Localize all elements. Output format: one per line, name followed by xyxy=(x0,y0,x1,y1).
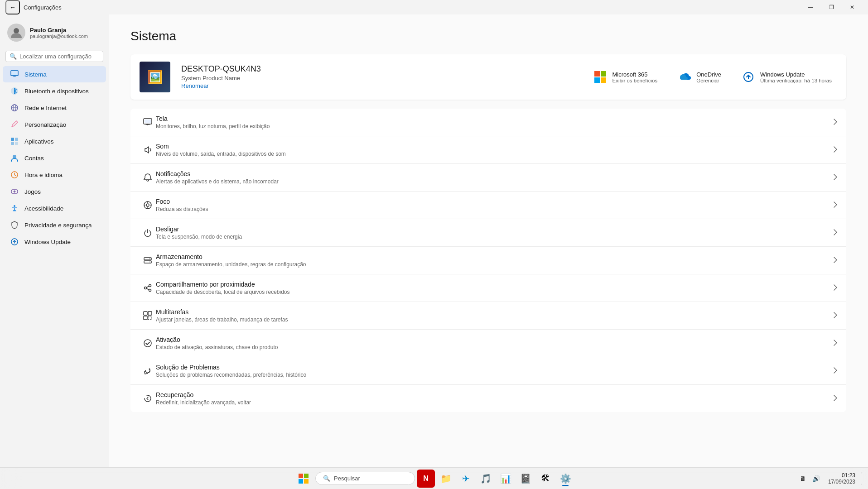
settings-item-notificacoes[interactable]: NotificaçõesAlertas de aplicativos e do … xyxy=(130,164,846,192)
desligar-arrow xyxy=(834,229,837,237)
sidebar-item-label-acessibilidade: Acessibilidade xyxy=(24,205,63,212)
tela-arrow xyxy=(834,119,837,126)
compartilhamento-sub: Capacidade de descoberta, local de arqui… xyxy=(156,289,834,295)
sidebar-item-privacidade[interactable]: Privacidade e segurança xyxy=(3,217,106,233)
settings-item-ativacao[interactable]: AtivaçãoEstado de ativação, assinaturas,… xyxy=(130,330,846,357)
sistema-icon xyxy=(10,70,19,79)
ativacao-sub: Estado de ativação, assinaturas, chave d… xyxy=(156,344,834,350)
multitarefas-sub: Ajustar janelas, áreas de trabalho, muda… xyxy=(156,316,834,323)
settings-item-recuperacao[interactable]: RecuperaçãoRedefinir, inicialização avan… xyxy=(130,385,846,412)
ativacao-arrow xyxy=(834,340,837,347)
settings-item-armazenamento[interactable]: ArmazenamentoEspaço de armazenamento, un… xyxy=(130,247,846,274)
clock[interactable]: 01:23 17/09/2023 xyxy=(825,470,859,487)
ms365-sub: Exibir os benefícios xyxy=(612,78,657,83)
personalizacao-icon xyxy=(10,120,19,129)
taskbar-app-settings[interactable]: ⚙️ xyxy=(556,470,574,488)
rename-link[interactable]: Renomear xyxy=(181,82,209,89)
windows-update-icon xyxy=(10,237,19,246)
som-title: Som xyxy=(156,143,834,150)
recuperacao-icon xyxy=(140,394,156,403)
solucao-icon xyxy=(140,366,156,375)
svg-rect-8 xyxy=(15,138,18,141)
taskbar-app-explorer[interactable]: 📁 xyxy=(437,470,455,488)
settings-item-desligar[interactable]: DesligarTela e suspensão, modo de energi… xyxy=(130,219,846,247)
svg-rect-10 xyxy=(15,142,18,145)
close-button[interactable]: ✕ xyxy=(842,0,863,14)
sidebar-item-label-bluetooth: Bluetooth e dispositivos xyxy=(24,88,89,95)
sidebar-item-label-rede: Rede e Internet xyxy=(24,105,67,111)
sidebar-item-hora[interactable]: Hora e idioma xyxy=(3,167,106,183)
som-icon xyxy=(140,145,156,154)
search-box[interactable]: 🔍 xyxy=(5,51,103,62)
notificacoes-sub: Alertas de aplicativos e do sistema, não… xyxy=(156,178,834,185)
settings-item-foco[interactable]: FocoReduza as distrações xyxy=(130,192,846,219)
multitarefas-icon xyxy=(140,311,156,320)
windows-update-label: Windows Update xyxy=(760,71,832,78)
sidebar-item-jogos[interactable]: Jogos xyxy=(3,183,106,200)
svg-rect-7 xyxy=(11,138,14,141)
sidebar-item-sistema[interactable]: Sistema xyxy=(3,66,106,82)
svg-point-42 xyxy=(144,340,151,347)
sidebar-item-bluetooth[interactable]: Bluetooth e dispositivos xyxy=(3,83,106,99)
start-button[interactable] xyxy=(294,469,313,489)
settings-item-tela[interactable]: TelaMonitores, brilho, luz noturna, perf… xyxy=(130,109,846,136)
sidebar-item-aplicativos[interactable]: Aplicativos xyxy=(3,133,106,149)
tela-icon xyxy=(140,118,156,127)
taskbar-app-excel[interactable]: 📊 xyxy=(497,470,515,488)
svg-rect-22 xyxy=(145,120,151,123)
settings-item-multitarefas[interactable]: MultitarefasAjustar janelas, áreas de tr… xyxy=(130,302,846,330)
clock-date: 17/09/2023 xyxy=(828,479,855,485)
svg-line-37 xyxy=(146,288,149,290)
armazenamento-icon xyxy=(140,256,156,265)
svg-rect-47 xyxy=(304,479,309,484)
show-desktop-button[interactable] xyxy=(861,472,864,485)
compartilhamento-icon xyxy=(140,283,156,292)
jogos-icon xyxy=(10,187,19,196)
notificacoes-icon xyxy=(140,173,156,182)
svg-rect-9 xyxy=(11,142,14,145)
svg-rect-39 xyxy=(148,312,152,315)
ativacao-title: Ativação xyxy=(156,336,834,343)
sidebar-item-windows-update[interactable]: Windows Update xyxy=(3,234,106,250)
svg-point-31 xyxy=(149,259,150,259)
notificacoes-arrow xyxy=(834,174,837,182)
settings-list: TelaMonitores, brilho, luz noturna, perf… xyxy=(130,109,846,412)
compartilhamento-title: Compartilhamento por proximidade xyxy=(156,281,834,288)
taskbar-app-notes[interactable]: 📓 xyxy=(516,470,535,488)
taskbar-search-label: Pesquisar xyxy=(334,475,360,482)
tela-title: Tela xyxy=(156,115,834,122)
quick-action-onedrive[interactable]: OneDriveGerenciar xyxy=(672,66,727,88)
svg-rect-38 xyxy=(144,312,147,315)
quick-action-windows-update[interactable]: Windows UpdateÚltima verificação: há 13 … xyxy=(736,66,837,88)
tray-network-icon[interactable]: 🖥 xyxy=(796,472,809,485)
sidebar-item-contas[interactable]: Contas xyxy=(3,150,106,166)
taskbar-app-tool[interactable]: 🛠 xyxy=(536,470,555,488)
taskbar-app-telegram[interactable]: ✈ xyxy=(457,470,475,488)
taskbar-app-music[interactable]: 🎵 xyxy=(477,470,495,488)
back-button[interactable]: ← xyxy=(5,0,20,14)
search-input[interactable] xyxy=(19,53,99,60)
armazenamento-arrow xyxy=(834,257,837,264)
sidebar-item-label-privacidade: Privacidade e segurança xyxy=(24,222,92,229)
solucao-title: Solução de Problemas xyxy=(156,364,834,371)
minimize-button[interactable]: — xyxy=(800,0,821,14)
settings-item-som[interactable]: SomNíveis de volume, saída, entrada, dis… xyxy=(130,136,846,164)
sidebar-item-acessibilidade[interactable]: Acessibilidade xyxy=(3,200,106,216)
svg-point-35 xyxy=(149,289,151,292)
taskbar-right: 🖥 🔊 01:23 17/09/2023 xyxy=(796,470,868,487)
settings-item-compartilhamento[interactable]: Compartilhamento por proximidadeCapacida… xyxy=(130,274,846,302)
quick-action-ms365[interactable]: Microsoft 365Exibir os benefícios xyxy=(588,66,663,88)
profile-section[interactable]: Paulo Granja paulogranja@outlook.com xyxy=(0,18,109,49)
svg-rect-44 xyxy=(299,474,303,478)
maximize-button[interactable]: ❐ xyxy=(821,0,842,14)
armazenamento-sub: Espaço de armazenamento, unidades, regra… xyxy=(156,261,834,268)
taskbar-search[interactable]: 🔍 Pesquisar xyxy=(315,472,415,485)
notificacoes-title: Notificações xyxy=(156,170,834,177)
bluetooth-icon xyxy=(10,86,19,96)
taskbar-app-redapp[interactable]: N xyxy=(417,470,435,488)
tray-volume-icon[interactable]: 🔊 xyxy=(810,472,823,485)
foco-sub: Reduza as distrações xyxy=(156,206,834,212)
settings-item-solucao[interactable]: Solução de ProblemasSoluções de problema… xyxy=(130,357,846,385)
sidebar-item-rede[interactable]: Rede e Internet xyxy=(3,100,106,116)
sidebar-item-personalizacao[interactable]: Personalização xyxy=(3,116,106,133)
